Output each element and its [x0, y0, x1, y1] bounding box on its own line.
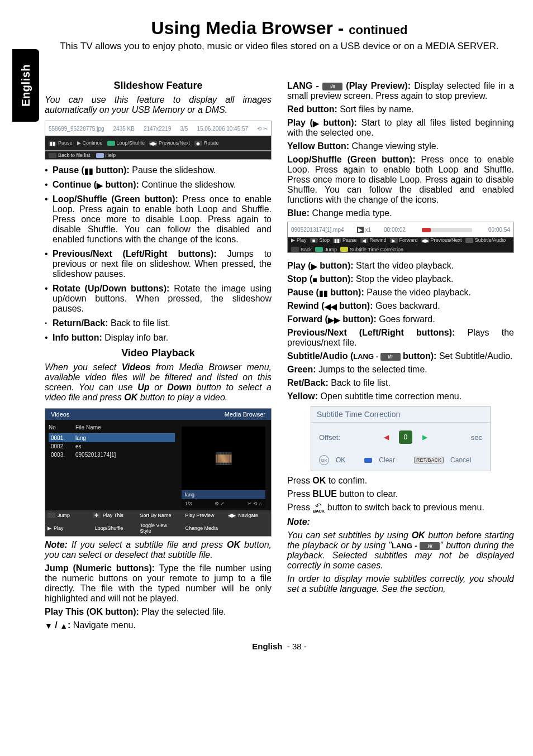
play-icon: ▶: [313, 119, 319, 127]
stop-icon: ■: [312, 276, 317, 284]
playback-strip-screenshot: 09052013174[1].mp4 ▶ x1 00:00:02 00:00:5…: [287, 222, 514, 253]
left-column: Slideshow Feature You can use this featu…: [45, 78, 272, 634]
pause-icon: ▮▮: [84, 167, 93, 175]
note-1: You can set subtitles by using OK button…: [287, 530, 514, 571]
slideshow-strip-screenshot-2: Back to file list Help: [45, 151, 272, 160]
yellow-button-paragraph: Yellow Button: Change viewing style.: [287, 141, 514, 151]
down-triangle-icon: ▼: [45, 622, 53, 630]
video-browser-screenshot: Videos Media Browser NoFile Name 0001.la…: [45, 408, 272, 537]
left-triangle-icon: ◀: [384, 433, 389, 441]
lang-preview-paragraph: LANG - I/II (Play Preview): Display sele…: [287, 81, 514, 101]
video-subtitle-paragraph: Subtitle/Audio (LANG - I/II button): Set…: [287, 351, 514, 361]
press-blue-paragraph: Press BLUE button to clear.: [287, 489, 514, 499]
language-tab-label: English: [20, 64, 32, 107]
video-prevnext-paragraph: Previous/Next (Left/Right buttons): Play…: [287, 328, 514, 348]
jump-paragraph: Jump (Numeric buttons): Type the file nu…: [45, 563, 272, 604]
page-title: Using Media Browser - continued: [45, 18, 514, 39]
video-retback-paragraph: Ret/Back: Back to file list.: [287, 378, 514, 388]
red-button-paragraph: Red button: Sort files by name.: [287, 104, 514, 114]
bullet-rotate: Rotate (Up/Down buttons): Rotate the ima…: [45, 284, 272, 314]
lang-icon: I/II: [322, 83, 342, 90]
bullet-continue: Continue (▶ button): Continue the slides…: [45, 180, 272, 190]
video-lead: When you select Videos from Media Browse…: [45, 362, 272, 403]
bullet-info: Info button: Display info bar.: [45, 333, 272, 343]
bullet-prev-next: Previous/Next (Left/Right buttons): Jump…: [45, 249, 272, 279]
rewind-icon: ◀◀: [325, 303, 337, 310]
bullet-return-back: Return/Back: Back to file list.: [45, 318, 272, 328]
video-pause-paragraph: Pause (▮▮ button): Pause the video playb…: [287, 288, 514, 298]
film-reel-icon: 🎞️: [215, 450, 232, 467]
press-back-paragraph: Press ↶BACK button to switch back to pre…: [287, 503, 514, 514]
video-note: Note: If you select a subtitle file and …: [45, 540, 272, 560]
play-icon: ▶: [97, 181, 103, 189]
lang-icon: I/II: [420, 542, 440, 550]
bullet-loop-shuffle: Loop/Shuffle (Green button): Press once …: [45, 194, 272, 245]
slideshow-lead: You can use this feature to display all …: [45, 95, 272, 115]
video-heading: Video Playback: [45, 347, 272, 359]
lang-icon: I/II: [380, 353, 401, 361]
play-all-paragraph: Play (▶ button): Start to play all files…: [287, 118, 514, 138]
forward-icon: ▶▶: [328, 316, 340, 324]
back-icon: ↶BACK: [312, 503, 325, 514]
blue-paragraph: Blue: Change media type.: [287, 208, 514, 218]
note-2: In order to display movie subtitles corr…: [287, 574, 514, 594]
play-this-paragraph: Play This (OK button): Play the selected…: [45, 607, 272, 617]
up-triangle-icon: ▲: [60, 622, 68, 630]
video-yellow-paragraph: Yellow: Open subtitle time correction me…: [287, 391, 514, 401]
pause-icon: ▮▮: [319, 289, 328, 297]
loop-shuffle-paragraph: Loop/Shuffle (Green button): Press once …: [287, 155, 514, 205]
right-column: LANG - I/II (Play Preview): Display sele…: [287, 78, 514, 634]
bullet-pause: Pause (▮▮ button): Pause the slideshow.: [45, 165, 272, 175]
zero-value: 0: [399, 430, 412, 444]
navigate-paragraph: ▼ / ▲: Navigate menu.: [45, 620, 272, 630]
page-footer: English - 38 -: [45, 642, 514, 651]
play-icon: ▶: [311, 262, 317, 270]
video-green-paragraph: Green: Jumps to the selected time.: [287, 365, 514, 375]
ok-circle-icon: OK: [319, 455, 329, 465]
video-stop-paragraph: Stop (■ button): Stop the video playback…: [287, 274, 514, 284]
video-play-paragraph: Play (▶ button): Start the video playbac…: [287, 261, 514, 271]
note-heading: Note:: [287, 517, 514, 527]
intro-text: This TV allows you to enjoy photo, music…: [45, 41, 514, 52]
slideshow-heading: Slideshow Feature: [45, 80, 272, 92]
press-ok-paragraph: Press OK to confim.: [287, 476, 514, 486]
slideshow-strip-screenshot: 558699_95228775.jpg 2435 KB 2147x2219 3/…: [45, 121, 272, 151]
video-rewind-paragraph: Rewind (◀◀ button): Goes backward.: [287, 301, 514, 311]
right-triangle-icon: ▶: [422, 433, 427, 441]
subtitle-correction-screenshot: Subtitle Time Correction Offset: ◀ 0 ▶ s…: [311, 406, 491, 471]
video-forward-paragraph: Forward (▶▶ button): Goes forward.: [287, 314, 514, 324]
language-tab: English: [12, 49, 39, 122]
